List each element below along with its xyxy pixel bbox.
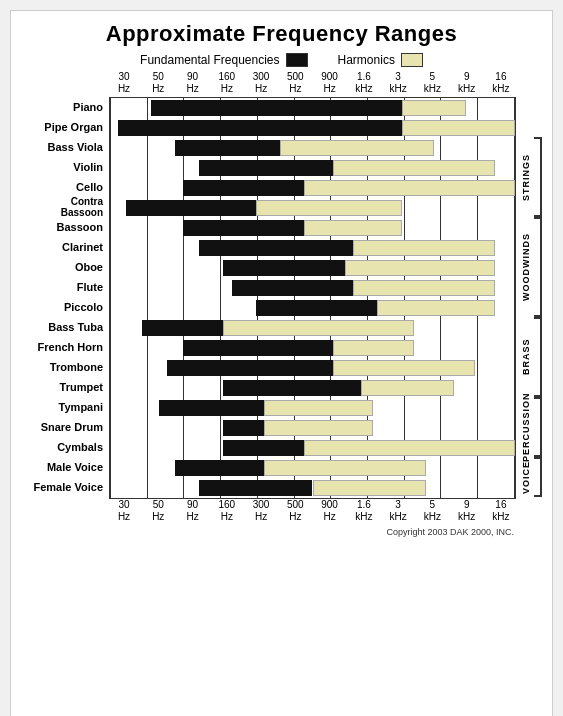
freq-label: 50Hz: [143, 71, 173, 95]
fundamental-bar: [223, 380, 361, 396]
chart-row: [110, 258, 515, 278]
group-bracket: [534, 397, 542, 457]
freq-label: 160Hz: [212, 499, 242, 523]
chart-row: [110, 118, 515, 138]
fundamental-bar: [151, 100, 402, 116]
chart-row: [110, 438, 515, 458]
chart-row: [110, 418, 515, 438]
harmonics-bar: [333, 160, 495, 176]
instrument-label: Violin: [19, 157, 109, 177]
freq-label: 5kHz: [417, 71, 447, 95]
bar-container: [110, 440, 515, 456]
instrument-label: Trombone: [19, 357, 109, 377]
chart-row: [110, 478, 515, 498]
harmonics-bar: [353, 280, 495, 296]
harmonics-bar: [304, 440, 515, 456]
group-bracket: [534, 317, 542, 397]
bar-container: [110, 280, 515, 296]
chart-row: [110, 238, 515, 258]
group-bracket: [534, 137, 542, 217]
freq-label: 90Hz: [178, 499, 208, 523]
instrument-label: Clarinet: [19, 237, 109, 257]
instrument-label: Cello: [19, 177, 109, 197]
instrument-label: Male Voice: [19, 457, 109, 477]
group-bracket: [534, 217, 542, 317]
freq-label: 300Hz: [246, 499, 276, 523]
freq-label: 30Hz: [109, 71, 139, 95]
harmonics-bar: [280, 140, 434, 156]
instrument-label: Cymbals: [19, 437, 109, 457]
harmonics-bar: [333, 360, 475, 376]
fundamental-bar: [175, 460, 264, 476]
fundamental-bar: [199, 160, 333, 176]
bar-container: [110, 340, 515, 356]
fundamental-bar: [223, 420, 264, 436]
harmonics-bar: [377, 300, 494, 316]
fundamental-bar: [223, 440, 304, 456]
harmonics-bar: [333, 340, 414, 356]
freq-label: 3kHz: [383, 71, 413, 95]
freq-label: 900Hz: [315, 71, 345, 95]
chart-row: [110, 178, 515, 198]
freq-label: 5kHz: [417, 499, 447, 523]
instrument-label: Snare Drum: [19, 417, 109, 437]
freq-label: 500Hz: [280, 499, 310, 523]
fundamental-bar: [183, 220, 305, 236]
chart-row: [110, 98, 515, 118]
fundamental-bar: [175, 140, 280, 156]
instrument-label: Oboe: [19, 257, 109, 277]
instrument-label: ContraBassoon: [19, 197, 109, 217]
fundamental-bar: [223, 260, 345, 276]
rows-wrapper: [110, 98, 515, 498]
chart-row: [110, 218, 515, 238]
fundamental-bar: [256, 300, 378, 316]
bar-container: [110, 460, 515, 476]
bar-container: [110, 160, 515, 176]
top-freq-labels: 30Hz50Hz90Hz160Hz300Hz500Hz900Hz1.6kHz3k…: [109, 71, 516, 95]
fundamental-bar: [199, 240, 353, 256]
chart-body: PianoPipe OrganBass ViolaViolinCelloCont…: [19, 97, 544, 499]
harmonics-bar: [353, 240, 495, 256]
harmonics-color-box: [401, 53, 423, 67]
bar-container: [110, 200, 515, 216]
instrument-label: Bassoon: [19, 217, 109, 237]
fundamental-bar: [232, 280, 354, 296]
chart-row: [110, 198, 515, 218]
fundamental-bar: [183, 180, 305, 196]
freq-label: 1.6kHz: [349, 71, 379, 95]
instrument-label: Bass Tuba: [19, 317, 109, 337]
freq-label: 9kHz: [452, 71, 482, 95]
harmonics-bar: [304, 220, 401, 236]
fundamental-bar: [167, 360, 333, 376]
chart-row: [110, 338, 515, 358]
instrument-label: Tympani: [19, 397, 109, 417]
instrument-label: Piccolo: [19, 297, 109, 317]
freq-label: 500Hz: [280, 71, 310, 95]
freq-label: 3kHz: [383, 499, 413, 523]
fundamental-label: Fundamental Frequencies: [140, 53, 279, 67]
instrument-label: Female Voice: [19, 477, 109, 497]
bar-container: [110, 220, 515, 236]
bar-container: [110, 360, 515, 376]
group-label: STRINGS: [520, 137, 532, 217]
freq-label: 30Hz: [109, 499, 139, 523]
page-title: Approximate Frequency Ranges: [19, 21, 544, 47]
instrument-label: Pipe Organ: [19, 117, 109, 137]
group-label: BRASS: [520, 317, 532, 397]
chart-row: [110, 278, 515, 298]
bar-container: [110, 260, 515, 276]
instrument-label: Flute: [19, 277, 109, 297]
harmonics-bar: [256, 200, 402, 216]
instrument-label: Piano: [19, 97, 109, 117]
freq-label: 300Hz: [246, 71, 276, 95]
bar-container: [110, 380, 515, 396]
harmonics-bar: [402, 100, 467, 116]
chart-row: [110, 138, 515, 158]
legend-harmonics: Harmonics: [338, 53, 423, 67]
group-label: WOODWINDS: [520, 217, 532, 317]
instrument-label: Bass Viola: [19, 137, 109, 157]
legend: Fundamental Frequencies Harmonics: [19, 53, 544, 67]
chart-row: [110, 378, 515, 398]
bar-container: [110, 300, 515, 316]
harmonics-bar: [313, 480, 426, 496]
